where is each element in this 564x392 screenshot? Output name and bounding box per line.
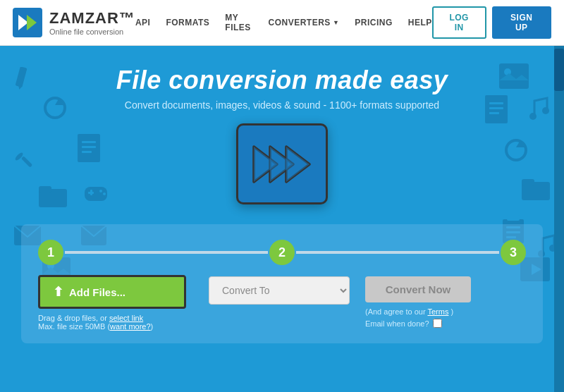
hero-title: File conversion made easy (0, 66, 564, 95)
conversion-tool: 1 2 3 ⬆ Add Files... Drag & drop files, … (21, 224, 543, 343)
want-more-link[interactable]: want more? (110, 322, 150, 331)
convert-to-select[interactable]: Convert To (209, 276, 350, 305)
steps-indicator: 1 2 3 (38, 240, 526, 265)
play-arrows-svg (250, 136, 314, 192)
center-logo-wrapper (0, 123, 564, 204)
zamzar-logo-icon (13, 8, 42, 37)
nav-menu: API FORMATS MY FILES CONVERTERS ▼ PRICIN… (135, 13, 432, 32)
logo-subtitle: Online file conversion (49, 27, 135, 36)
terms-link[interactable]: Terms (427, 307, 448, 316)
step-line-1 (65, 251, 268, 254)
email-when-done-row: Email when done? (365, 319, 442, 328)
svg-rect-34 (507, 215, 520, 221)
step-2-circle: 2 (269, 240, 295, 265)
max-file-size-text: Max. file size 50MB (want more?) (38, 322, 153, 331)
step-1-circle: 1 (38, 240, 63, 265)
hero-section: File conversion made easy Convert docume… (0, 46, 564, 392)
step-2-col: Convert To (209, 275, 350, 305)
upload-icon: ⬆ (53, 284, 63, 300)
svg-marker-51 (286, 147, 309, 182)
select-link[interactable]: select link (109, 314, 143, 322)
center-logo-icon (236, 123, 328, 204)
email-when-done-label: Email when done? (365, 319, 429, 328)
nav-my-files[interactable]: MY FILES (225, 13, 252, 32)
nav-help[interactable]: HELP (408, 18, 432, 27)
convert-now-button[interactable]: Convert Now (365, 276, 471, 302)
step-1-col: ⬆ Add Files... Drag & drop files, or sel… (38, 275, 193, 331)
svg-point-26 (529, 113, 537, 120)
email-when-done-checkbox[interactable] (433, 319, 442, 328)
svg-rect-33 (508, 215, 518, 222)
svg-rect-43 (489, 112, 499, 114)
nav-converters[interactable]: CONVERTERS ▼ (269, 18, 340, 27)
hero-text: File conversion made easy Convert docume… (0, 46, 564, 111)
step-line-2 (296, 251, 499, 254)
step-3-col: Convert Now (And agree to our Terms ) Em… (365, 275, 478, 328)
logo-title: ZAMZAR™ (49, 9, 135, 27)
hero-subtitle: Convert documents, images, videos & soun… (0, 99, 564, 111)
drag-drop-text: Drag & drop files, or select link (38, 314, 143, 322)
auth-buttons: LOG IN SIGN UP (432, 6, 551, 39)
nav-api[interactable]: API (135, 18, 151, 27)
login-button[interactable]: LOG IN (432, 6, 486, 39)
add-files-button[interactable]: ⬆ Add Files... (38, 275, 186, 309)
step-3-circle: 3 (501, 240, 526, 265)
nav-pricing[interactable]: PRICING (355, 18, 393, 27)
logo: ZAMZAR™ Online file conversion (13, 8, 135, 37)
chevron-down-icon: ▼ (333, 19, 339, 26)
nav-formats[interactable]: FORMATS (166, 18, 209, 27)
controls-row: ⬆ Add Files... Drag & drop files, or sel… (38, 275, 526, 331)
signup-button[interactable]: SIGN UP (492, 6, 551, 39)
agree-terms-text: (And agree to our Terms ) (365, 307, 453, 316)
header: ZAMZAR™ Online file conversion API FORMA… (0, 0, 564, 46)
